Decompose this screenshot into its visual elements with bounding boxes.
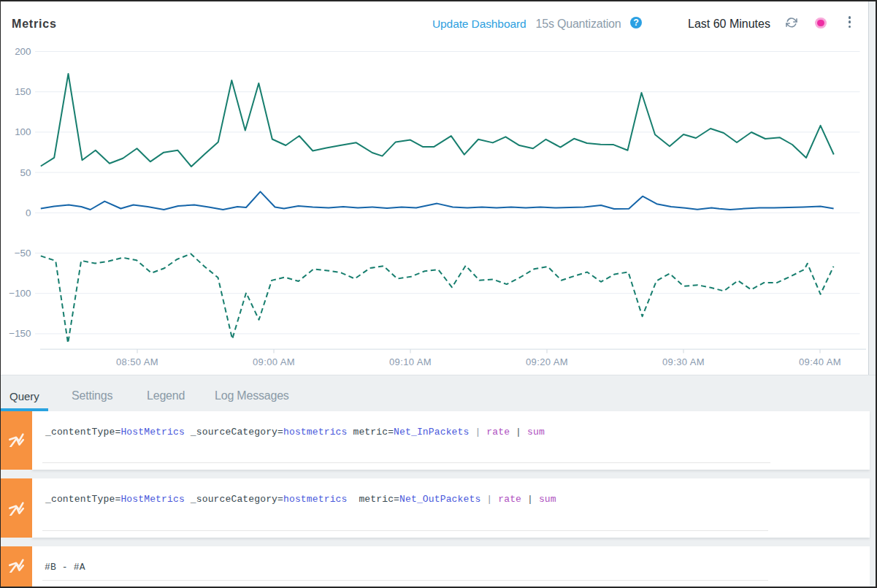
svg-text:08:50 AM: 08:50 AM bbox=[116, 356, 158, 367]
svg-text:200: 200 bbox=[15, 46, 31, 57]
svg-text:09:10 AM: 09:10 AM bbox=[389, 356, 432, 367]
svg-text:0: 0 bbox=[26, 207, 31, 218]
svg-text:09:40 AM: 09:40 AM bbox=[799, 356, 841, 367]
svg-text:09:30 AM: 09:30 AM bbox=[662, 356, 705, 367]
svg-text:−150: −150 bbox=[9, 328, 31, 339]
svg-text:100: 100 bbox=[15, 126, 31, 137]
svg-text:−50: −50 bbox=[15, 248, 31, 259]
svg-text:09:00 AM: 09:00 AM bbox=[253, 356, 295, 367]
svg-text:−100: −100 bbox=[9, 288, 31, 299]
svg-text:09:20 AM: 09:20 AM bbox=[526, 356, 568, 367]
svg-text:50: 50 bbox=[20, 167, 31, 178]
svg-text:150: 150 bbox=[15, 86, 31, 97]
